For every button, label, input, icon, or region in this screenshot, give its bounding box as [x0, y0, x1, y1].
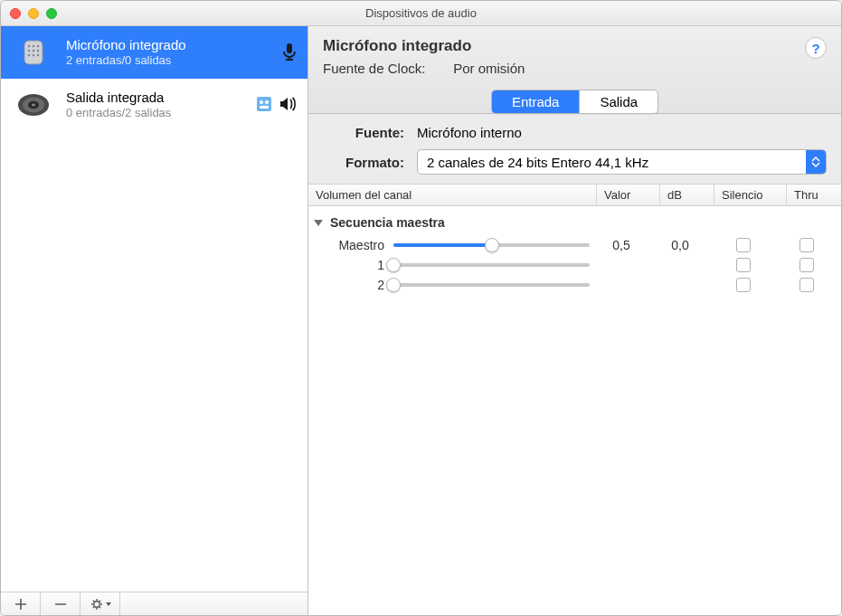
svg-point-9: [37, 54, 39, 56]
maximize-window-button[interactable]: [46, 8, 57, 19]
device-item-microphone[interactable]: Micrófono integrado 2 entradas/0 salidas: [1, 26, 307, 79]
window-title: Dispositivos de audio: [1, 6, 841, 20]
device-item-sublabel: 2 entradas/0 salidas: [66, 53, 268, 69]
thru-checkbox-master[interactable]: [799, 238, 814, 252]
channel-row-master: Maestro 0,5 0,0: [308, 235, 841, 255]
svg-point-6: [37, 50, 39, 52]
chevron-updown-icon: [806, 150, 826, 174]
window-controls: [1, 8, 57, 19]
help-button[interactable]: ?: [805, 37, 827, 59]
clock-source-value: Por omisión: [453, 61, 525, 76]
svg-point-7: [28, 54, 30, 56]
svg-point-16: [32, 104, 35, 107]
col-header-db[interactable]: dB: [660, 185, 714, 205]
channel-table-body: Secuencia maestra Maestro 0,5 0,0 1: [308, 206, 841, 615]
speaker-device-icon: [14, 87, 53, 123]
device-item-label: Micrófono integrado: [66, 36, 268, 54]
svg-line-31: [99, 600, 99, 601]
chevron-down-icon: [314, 220, 323, 226]
format-select[interactable]: 2 canales de 24 bits Entero 44,1 kHz: [417, 149, 827, 175]
thru-checkbox-2[interactable]: [799, 278, 814, 292]
channel-label: Maestro: [316, 238, 393, 252]
volume-slider-master[interactable]: [393, 243, 590, 247]
channel-table-header: Volumen del canal Valor dB Silencio Thru: [308, 184, 841, 206]
svg-rect-17: [257, 97, 271, 111]
format-select-value: 2 canales de 24 bits Entero 44,1 kHz: [427, 155, 648, 170]
col-header-thru[interactable]: Thru: [787, 185, 841, 205]
svg-point-19: [265, 100, 269, 104]
thru-checkbox-1[interactable]: [799, 258, 814, 272]
channel-row-1: 1: [308, 255, 841, 275]
system-icon: [255, 95, 273, 116]
svg-point-2: [33, 45, 34, 47]
minimize-window-button[interactable]: [28, 8, 39, 19]
device-item-output[interactable]: Salida integrada 0 entradas/2 salidas: [1, 79, 307, 131]
device-list: Micrófono integrado 2 entradas/0 salidas: [1, 26, 307, 592]
io-tabs: Entrada Salida: [491, 90, 658, 114]
device-item-sublabel: 0 entradas/2 salidas: [66, 106, 242, 121]
remove-device-button[interactable]: [41, 592, 80, 615]
clock-source-label: Fuente de Clock:: [323, 61, 449, 76]
group-label: Secuencia maestra: [330, 215, 445, 230]
mute-checkbox-1[interactable]: [736, 258, 751, 272]
titlebar: Dispositivos de audio: [1, 1, 841, 26]
microphone-device-icon: [14, 34, 53, 71]
svg-point-4: [28, 50, 30, 52]
group-row-master[interactable]: Secuencia maestra: [308, 212, 841, 235]
channel-label: 1: [316, 258, 393, 272]
col-header-channel[interactable]: Volumen del canal: [308, 185, 597, 205]
speaker-icon: [279, 96, 298, 115]
close-window-button[interactable]: [10, 8, 21, 19]
mic-icon: [280, 42, 298, 64]
svg-line-32: [92, 606, 93, 607]
svg-rect-0: [24, 41, 43, 64]
svg-point-5: [33, 50, 34, 52]
col-header-silencio[interactable]: Silencio: [714, 185, 787, 205]
device-sidebar: Micrófono integrado 2 entradas/0 salidas: [1, 26, 308, 615]
svg-point-24: [93, 601, 99, 606]
volume-slider-1[interactable]: [393, 263, 590, 267]
svg-point-8: [33, 54, 34, 56]
source-value: Micrófono interno: [417, 125, 522, 140]
device-header: Micrófono integrado Fuente de Clock: Por…: [308, 26, 841, 114]
svg-point-3: [37, 45, 39, 47]
format-label: Formato:: [323, 155, 404, 170]
tab-output[interactable]: Salida: [580, 90, 658, 113]
add-device-button[interactable]: [1, 592, 41, 615]
source-label: Fuente:: [323, 125, 404, 140]
main-panel: Micrófono integrado Fuente de Clock: Por…: [308, 26, 841, 615]
svg-point-1: [28, 45, 30, 47]
format-panel: Fuente: Micrófono interno Formato: 2 can…: [308, 114, 841, 184]
device-name: Micrófono integrado: [323, 37, 827, 55]
svg-line-29: [92, 600, 93, 601]
volume-slider-2[interactable]: [393, 283, 590, 287]
channel-db: 0,0: [653, 238, 707, 252]
device-item-label: Salida integrada: [66, 89, 242, 107]
gear-menu-button[interactable]: [80, 592, 120, 615]
svg-rect-20: [260, 106, 269, 109]
mute-checkbox-2[interactable]: [736, 278, 751, 292]
sidebar-toolbar: [1, 592, 307, 615]
tab-input[interactable]: Entrada: [492, 90, 581, 113]
svg-point-18: [260, 100, 263, 104]
channel-value: 0,5: [590, 238, 653, 252]
svg-rect-10: [287, 43, 292, 53]
col-header-valor[interactable]: Valor: [597, 185, 660, 205]
mute-checkbox-master[interactable]: [736, 238, 751, 252]
channel-label: 2: [316, 278, 393, 292]
svg-line-30: [99, 606, 99, 607]
channel-row-2: 2: [308, 275, 841, 295]
